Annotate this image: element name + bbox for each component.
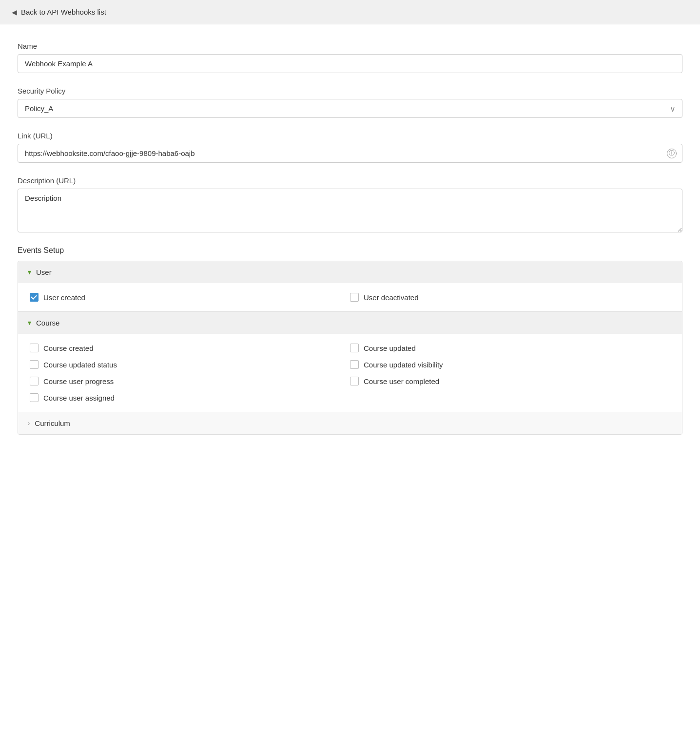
name-label: Name xyxy=(18,42,682,50)
back-arrow-icon: ◀ xyxy=(12,8,17,16)
user-deactivated-checkbox[interactable] xyxy=(350,293,359,302)
event-item-course-user-completed: Course user completed xyxy=(350,377,670,385)
description-field-group: Description (URL) Description xyxy=(18,176,682,232)
user-created-checkbox[interactable] xyxy=(30,293,39,302)
security-policy-field-group: Security Policy Policy_A Policy_B Policy… xyxy=(18,87,682,118)
course-updated-checkbox[interactable] xyxy=(350,344,359,352)
event-group-course-items: Course created Course updated Course upd… xyxy=(18,334,682,412)
event-item-course-user-assigned: Course user assigned xyxy=(30,393,350,402)
course-user-assigned-label[interactable]: Course user assigned xyxy=(43,394,115,402)
event-group-user-items: User created User deactivated xyxy=(18,283,682,311)
chevron-down-icon: ▾ xyxy=(28,319,31,327)
event-group-user-header[interactable]: ▾ User xyxy=(18,261,682,283)
event-item-user-deactivated: User deactivated xyxy=(350,293,670,302)
url-input[interactable] xyxy=(18,144,682,163)
description-input[interactable]: Description xyxy=(18,189,682,232)
chevron-down-icon: ▾ xyxy=(28,269,31,276)
event-group-course-name: Course xyxy=(36,319,59,327)
description-label: Description (URL) xyxy=(18,176,682,185)
events-container: ▾ User User created User deactivated xyxy=(18,261,682,435)
user-created-label[interactable]: User created xyxy=(43,293,85,302)
course-user-progress-label[interactable]: Course user progress xyxy=(43,377,114,385)
page-container: ◀ Back to API Webhooks list Name Securit… xyxy=(0,0,700,730)
course-updated-status-checkbox[interactable] xyxy=(30,360,39,369)
event-group-user-name: User xyxy=(36,268,52,276)
event-group-curriculum-name: Curriculum xyxy=(35,419,70,427)
course-created-checkbox[interactable] xyxy=(30,344,39,352)
course-user-completed-label[interactable]: Course user completed xyxy=(364,377,439,385)
course-user-assigned-checkbox[interactable] xyxy=(30,393,39,402)
url-field-group: Link (URL) ⓘ xyxy=(18,132,682,163)
event-item-course-updated-visibility: Course updated visibility xyxy=(350,360,670,369)
course-created-label[interactable]: Course created xyxy=(43,344,94,352)
security-policy-label: Security Policy xyxy=(18,87,682,95)
event-group-course-header[interactable]: ▾ Course xyxy=(18,312,682,334)
event-item-course-updated-status: Course updated status xyxy=(30,360,350,369)
chevron-right-icon: › xyxy=(28,420,30,427)
event-item-course-user-progress: Course user progress xyxy=(30,377,350,385)
event-group-curriculum-header[interactable]: › Curriculum xyxy=(18,412,682,434)
course-user-progress-checkbox[interactable] xyxy=(30,377,39,385)
course-updated-label[interactable]: Course updated xyxy=(364,344,416,352)
back-link[interactable]: Back to API Webhooks list xyxy=(21,8,106,16)
event-item-course-updated: Course updated xyxy=(350,344,670,352)
event-group-course: ▾ Course Course created Course updated xyxy=(18,312,682,412)
name-input[interactable] xyxy=(18,54,682,73)
course-updated-status-label[interactable]: Course updated status xyxy=(43,361,117,369)
event-group-curriculum: › Curriculum xyxy=(18,412,682,434)
security-policy-select[interactable]: Policy_A Policy_B Policy_C xyxy=(18,99,682,118)
url-input-wrapper: ⓘ xyxy=(18,144,682,163)
back-bar: ◀ Back to API Webhooks list xyxy=(0,0,700,24)
course-updated-visibility-checkbox[interactable] xyxy=(350,360,359,369)
user-deactivated-label[interactable]: User deactivated xyxy=(364,293,419,302)
events-label: Events Setup xyxy=(18,246,682,255)
event-item-user-created: User created xyxy=(30,293,350,302)
name-field-group: Name xyxy=(18,42,682,73)
event-item-course-created: Course created xyxy=(30,344,350,352)
info-icon[interactable]: ⓘ xyxy=(667,149,677,158)
course-user-completed-checkbox[interactable] xyxy=(350,377,359,385)
course-updated-visibility-label[interactable]: Course updated visibility xyxy=(364,361,443,369)
form-area: Name Security Policy Policy_A Policy_B P… xyxy=(0,24,700,452)
security-policy-select-wrapper: Policy_A Policy_B Policy_C ∨ xyxy=(18,99,682,118)
url-label: Link (URL) xyxy=(18,132,682,140)
events-section: Events Setup ▾ User User created xyxy=(18,246,682,435)
event-group-user: ▾ User User created User deactivated xyxy=(18,261,682,312)
